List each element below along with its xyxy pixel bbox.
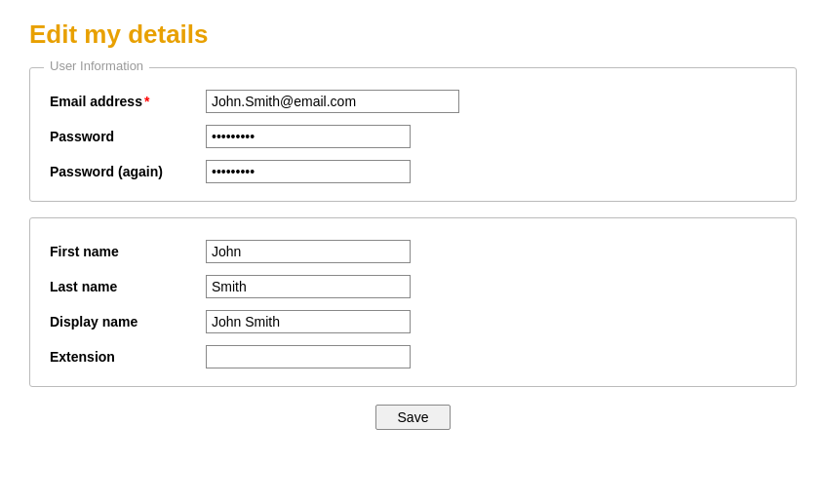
save-button-row: Save [29, 405, 797, 430]
email-label: Email address* [50, 94, 206, 109]
first-name-row: First name [50, 240, 776, 263]
password-label: Password [50, 129, 206, 144]
last-name-input[interactable] [206, 275, 411, 298]
password-again-label: Password (again) [50, 164, 206, 179]
last-name-label: Last name [50, 279, 206, 294]
display-name-row: Display name [50, 310, 776, 333]
email-row: Email address* [50, 90, 776, 113]
user-information-section: User Information Email address* Password… [29, 67, 797, 202]
password-input[interactable] [206, 125, 411, 148]
extension-label: Extension [50, 349, 206, 365]
password-again-row: Password (again) [50, 160, 776, 183]
email-input[interactable] [206, 90, 459, 113]
last-name-row: Last name [50, 275, 776, 298]
personal-information-section: First name Last name Display name Extens… [29, 217, 797, 387]
first-name-label: First name [50, 244, 206, 259]
display-name-input[interactable] [206, 310, 411, 333]
user-info-legend: User Information [44, 58, 149, 73]
required-star: * [144, 94, 149, 109]
save-button[interactable]: Save [375, 405, 452, 430]
first-name-input[interactable] [206, 240, 411, 263]
password-row: Password [50, 125, 776, 148]
display-name-label: Display name [50, 314, 206, 330]
extension-input[interactable] [206, 345, 411, 368]
password-again-input[interactable] [206, 160, 411, 183]
extension-row: Extension [50, 345, 776, 368]
page-title: Edit my details [29, 19, 797, 50]
